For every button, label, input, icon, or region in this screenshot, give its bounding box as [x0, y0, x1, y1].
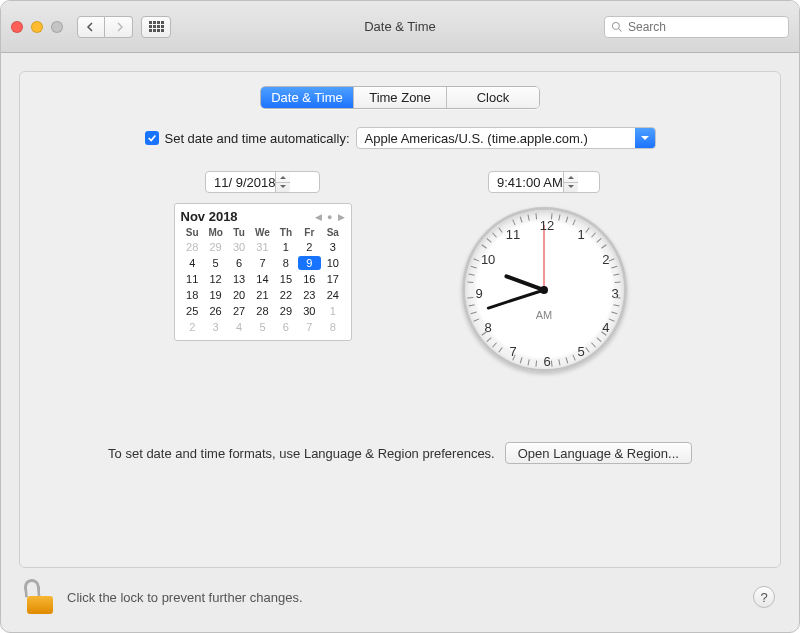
date-stepper[interactable] — [275, 172, 290, 192]
calendar-day[interactable]: 30 — [227, 240, 250, 254]
calendar-day[interactable]: 28 — [181, 240, 204, 254]
calendar-day[interactable]: 25 — [181, 304, 204, 318]
time-server-select[interactable]: Apple Americas/U.S. (time.apple.com.) — [356, 127, 656, 149]
calendar-day[interactable]: 4 — [181, 256, 204, 270]
clock-number: 1 — [577, 226, 584, 241]
calendar-prev-button[interactable]: ◀ — [315, 212, 322, 222]
calendar-day[interactable]: 19 — [204, 288, 227, 302]
calendar-day[interactable]: 8 — [321, 320, 344, 334]
clock-number: 9 — [475, 285, 482, 300]
nav-buttons — [77, 16, 133, 38]
calendar-day[interactable]: 31 — [251, 240, 274, 254]
calendar-day[interactable]: 10 — [321, 256, 344, 270]
calendar-day[interactable]: 22 — [274, 288, 297, 302]
back-button[interactable] — [77, 16, 105, 38]
time-field[interactable]: 9:41:00 AM — [488, 171, 600, 193]
clock-number: 12 — [540, 217, 554, 232]
show-all-button[interactable] — [141, 16, 171, 38]
calendar-next-button[interactable]: ▶ — [338, 212, 345, 222]
calendar-day[interactable]: 1 — [274, 240, 297, 254]
calendar-month-year: Nov 2018 — [181, 209, 238, 224]
calendar-day[interactable]: 17 — [321, 272, 344, 286]
calendar-day[interactable]: 7 — [251, 256, 274, 270]
lock-row: Click the lock to prevent further change… — [19, 580, 781, 614]
calendar-day-header: Fr — [298, 227, 321, 238]
calendar-day[interactable]: 2 — [298, 240, 321, 254]
calendar-day[interactable]: 24 — [321, 288, 344, 302]
calendar-today-button[interactable]: ● — [327, 212, 332, 222]
calendar-day[interactable]: 13 — [227, 272, 250, 286]
date-field[interactable]: 11/ 9/2018 — [205, 171, 320, 193]
calendar-day-header: Su — [181, 227, 204, 238]
calendar-day[interactable]: 1 — [321, 304, 344, 318]
calendar-day[interactable]: 28 — [251, 304, 274, 318]
auto-time-checkbox[interactable] — [145, 131, 159, 145]
tab-time-zone[interactable]: Time Zone — [353, 87, 446, 108]
lock-open-icon — [23, 578, 41, 597]
calendar-day[interactable]: 29 — [274, 304, 297, 318]
zoom-window-button[interactable] — [51, 21, 63, 33]
lock-button[interactable] — [25, 580, 55, 614]
calendar-day[interactable]: 9 — [298, 256, 321, 270]
calendar-day[interactable]: 15 — [274, 272, 297, 286]
help-button[interactable]: ? — [753, 586, 775, 608]
calendar-day[interactable]: 5 — [204, 256, 227, 270]
calendar-day[interactable]: 26 — [204, 304, 227, 318]
time-server-value: Apple Americas/U.S. (time.apple.com.) — [365, 131, 588, 146]
forward-button[interactable] — [105, 16, 133, 38]
calendar-day[interactable]: 6 — [227, 256, 250, 270]
calendar-day[interactable]: 11 — [181, 272, 204, 286]
calendar-day[interactable]: 5 — [251, 320, 274, 334]
calendar-day[interactable]: 2 — [181, 320, 204, 334]
calendar-day-header: Mo — [204, 227, 227, 238]
calendar: Nov 2018 ◀ ● ▶ SuMoTuWeThFrSa28293031123… — [174, 203, 352, 341]
calendar-day[interactable]: 18 — [181, 288, 204, 302]
clock-number: 2 — [602, 251, 609, 266]
tab-clock[interactable]: Clock — [446, 87, 539, 108]
grid-icon — [149, 21, 164, 32]
calendar-grid: SuMoTuWeThFrSa28293031123456789101112131… — [181, 227, 345, 334]
time-column: 9:41:00 AM AM 121234567891011 — [462, 171, 627, 372]
calendar-day[interactable]: 14 — [251, 272, 274, 286]
calendar-day[interactable]: 4 — [227, 320, 250, 334]
date-column: 11/ 9/2018 Nov 2018 ◀ ● ▶ — [174, 171, 352, 372]
analog-clock: AM 121234567891011 — [462, 207, 627, 372]
second-hand — [544, 225, 545, 290]
calendar-day[interactable]: 3 — [321, 240, 344, 254]
calendar-day[interactable]: 7 — [298, 320, 321, 334]
traffic-lights — [11, 21, 63, 33]
clock-number: 5 — [577, 344, 584, 359]
search-input[interactable] — [628, 20, 782, 34]
calendar-day[interactable]: 20 — [227, 288, 250, 302]
open-language-region-button[interactable]: Open Language & Region... — [505, 442, 692, 464]
calendar-day[interactable]: 6 — [274, 320, 297, 334]
calendar-day[interactable]: 3 — [204, 320, 227, 334]
search-field[interactable] — [604, 16, 789, 38]
auto-time-row: Set date and time automatically: Apple A… — [20, 127, 780, 149]
calendar-day[interactable]: 23 — [298, 288, 321, 302]
time-stepper[interactable] — [563, 172, 578, 192]
calendar-day[interactable]: 27 — [227, 304, 250, 318]
auto-time-label: Set date and time automatically: — [165, 131, 350, 146]
tab-bar: Date & Time Time Zone Clock — [260, 86, 540, 109]
prefs-window: Date & Time Date & Time Time Zone Clock … — [0, 0, 800, 633]
clock-ampm: AM — [536, 309, 553, 321]
calendar-day[interactable]: 21 — [251, 288, 274, 302]
tab-date-time[interactable]: Date & Time — [261, 87, 353, 108]
clock-pin — [540, 286, 548, 294]
calendar-day-header: Tu — [227, 227, 250, 238]
calendar-day[interactable]: 30 — [298, 304, 321, 318]
calendar-day[interactable]: 8 — [274, 256, 297, 270]
date-value: 11/ 9/2018 — [214, 175, 275, 190]
calendar-day-header: We — [251, 227, 274, 238]
lock-label: Click the lock to prevent further change… — [67, 590, 303, 605]
calendar-nav: ◀ ● ▶ — [315, 212, 344, 222]
minimize-window-button[interactable] — [31, 21, 43, 33]
close-window-button[interactable] — [11, 21, 23, 33]
calendar-day[interactable]: 16 — [298, 272, 321, 286]
calendar-day[interactable]: 29 — [204, 240, 227, 254]
calendar-day[interactable]: 12 — [204, 272, 227, 286]
search-icon — [611, 21, 623, 33]
clock-number: 6 — [543, 353, 550, 368]
svg-line-1 — [619, 28, 622, 31]
